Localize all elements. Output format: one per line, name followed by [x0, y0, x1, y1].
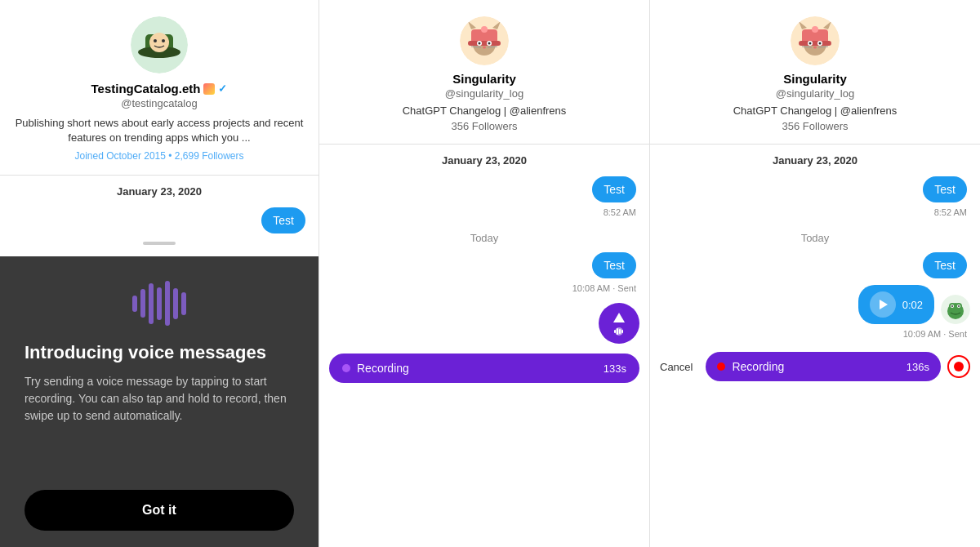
svg-point-31 — [812, 26, 818, 33]
rec-dot-mid — [342, 364, 350, 372]
svg-point-11 — [481, 26, 488, 33]
rec-label-mid: Recording — [357, 362, 597, 375]
right-panel: Singularity @singularity_log ChatGPT Cha… — [649, 0, 980, 547]
time-1-mid: 8:52 AM — [319, 206, 649, 224]
bubble: Test — [261, 207, 305, 233]
svg-point-36 — [813, 47, 817, 49]
mid-panel: Singularity @singularity_log ChatGPT Cha… — [318, 0, 649, 547]
chat-name-mid: Singularity — [452, 72, 516, 86]
got-it-button[interactable]: Got it — [24, 490, 294, 531]
svg-point-6 — [162, 39, 165, 42]
recording-bar-right: Recording 136s — [706, 352, 941, 381]
voice-bubble-row: 0:02 — [650, 282, 980, 327]
message-row: Test — [0, 204, 318, 237]
bubble-2-right: Test — [923, 252, 967, 278]
rec-time-right: 136s — [906, 361, 929, 373]
verified-icon: ✓ — [218, 82, 227, 95]
voice-intro-overlay: Introducing voice messages Try sending a… — [0, 256, 318, 547]
voice-wave-icon — [132, 281, 186, 326]
rec-time-mid: 133s — [604, 362, 626, 375]
time-1-right: 8:52 AM — [650, 206, 980, 224]
chat-followers-right: 356 Followers — [782, 120, 849, 132]
chat-handle-mid: @singularity_log — [445, 87, 523, 100]
rec-label-right: Recording — [732, 360, 899, 373]
profile-section: TestingCatalog.eth ✓ @testingcatalog Pub… — [0, 0, 318, 175]
messages-area-right: January 23, 2020 Test 8:52 AM Today Test… — [650, 145, 980, 547]
left-panel: TestingCatalog.eth ✓ @testingcatalog Pub… — [0, 0, 318, 547]
svg-rect-30 — [799, 41, 831, 46]
recording-bar-mid: Recording 133s — [329, 354, 639, 383]
today-right: Today — [650, 224, 980, 249]
bubble-2-mid: Test — [592, 252, 636, 278]
chat-profile-mid: Singularity @singularity_log ChatGPT Cha… — [319, 0, 649, 144]
svg-point-35 — [819, 42, 822, 45]
svg-rect-26 — [621, 330, 623, 333]
message-row-2-right: Test — [650, 249, 980, 282]
bubble-1-mid: Test — [592, 176, 636, 202]
chat-sub-right: ChatGPT Changelog | @alienfrens — [733, 105, 898, 117]
play-button[interactable] — [870, 291, 896, 318]
send-voice-button[interactable] — [599, 303, 639, 344]
svg-marker-21 — [613, 313, 625, 322]
date-label: January 23, 2020 — [0, 176, 318, 204]
svg-marker-41 — [880, 300, 888, 309]
message-row-1-mid: Test — [319, 173, 649, 206]
svg-point-34 — [809, 42, 812, 45]
svg-rect-25 — [619, 329, 621, 334]
voice-duration: 0:02 — [902, 299, 923, 311]
message-row-1-right: Test — [650, 173, 980, 206]
bubble-1-right: Test — [923, 176, 967, 202]
voice-bubble: 0:02 — [858, 285, 934, 324]
stop-icon — [954, 362, 964, 371]
profile-bio: Publishing short news about early access… — [13, 116, 305, 145]
svg-rect-23 — [614, 330, 616, 333]
voice-desc: Try sending a voice message by tapping t… — [24, 373, 294, 425]
date-mid: January 23, 2020 — [319, 145, 649, 173]
voice-title: Introducing voice messages — [24, 342, 294, 363]
profile-name: TestingCatalog.eth ✓ — [91, 82, 228, 96]
nft-badge — [203, 83, 215, 95]
chat-followers-mid: 356 Followers — [452, 120, 518, 132]
svg-rect-10 — [468, 41, 501, 46]
svg-point-49 — [958, 305, 960, 307]
today-mid: Today — [319, 224, 649, 249]
svg-point-15 — [488, 42, 491, 45]
svg-point-16 — [483, 47, 486, 49]
svg-rect-24 — [617, 328, 618, 335]
svg-point-4 — [149, 33, 169, 52]
chat-avatar-right — [791, 16, 840, 65]
profile-handle: @testingcatalog — [121, 97, 197, 109]
sender-avatar — [941, 295, 970, 324]
chat-handle-right: @singularity_log — [776, 87, 854, 100]
rec-dot-right — [717, 362, 725, 371]
chat-sub-mid: ChatGPT Changelog | @alienfrens — [403, 105, 567, 117]
svg-point-5 — [154, 39, 157, 42]
messages-area-mid: January 23, 2020 Test 8:52 AM Today Test… — [319, 145, 649, 547]
scroll-indicator — [143, 242, 176, 245]
time-2-right: 10:09 AM · Sent — [650, 327, 980, 345]
date-right: January 23, 2020 — [650, 145, 980, 173]
time-2-mid: 10:08 AM · Sent — [319, 282, 649, 300]
cancel-button[interactable]: Cancel — [660, 361, 693, 373]
svg-point-48 — [951, 305, 953, 307]
stop-recording-button[interactable] — [947, 355, 970, 378]
svg-point-14 — [479, 42, 481, 45]
profile-meta: Joined October 2015 • 2,699 Followers — [75, 150, 244, 162]
avatar — [131, 16, 188, 73]
message-row-2-mid: Test — [319, 249, 649, 282]
chat-name-right: Singularity — [783, 72, 847, 86]
bottom-recording-row: Cancel Recording 136s — [650, 345, 980, 388]
chat-profile-right: Singularity @singularity_log ChatGPT Cha… — [650, 0, 980, 144]
chat-avatar-mid — [460, 16, 509, 65]
